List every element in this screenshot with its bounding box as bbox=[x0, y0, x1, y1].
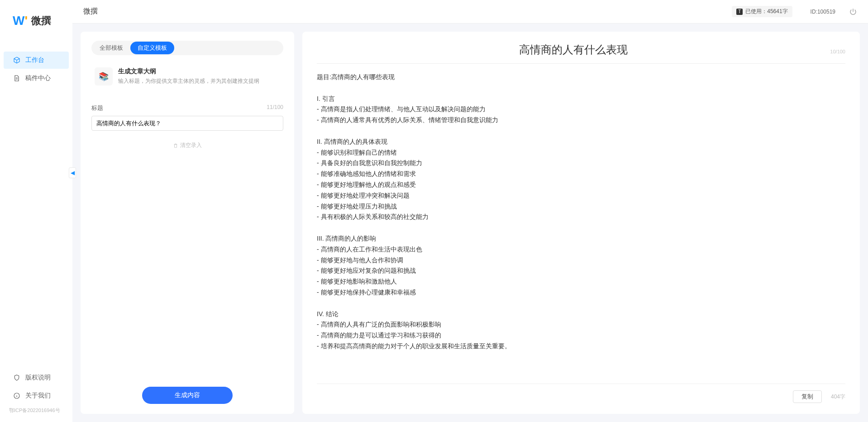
doc-title-row: 高情商的人有什么表现 10/100 bbox=[317, 43, 845, 64]
doc-footer: 复制 404字 bbox=[317, 384, 845, 403]
info-icon bbox=[13, 392, 21, 400]
title-input[interactable] bbox=[91, 116, 283, 131]
template-card[interactable]: 📚 生成文章大纲 输入标题，为你提供文章主体的灵感，并为其创建推文提纲 bbox=[91, 64, 283, 89]
clear-label: 清空录入 bbox=[180, 142, 202, 149]
nav-item-workspace[interactable]: 工作台 bbox=[4, 52, 69, 69]
nav-label: 工作台 bbox=[25, 56, 44, 64]
books-icon: 📚 bbox=[99, 71, 109, 81]
topbar: 微撰 T 已使用：45641字 ID:100519 bbox=[72, 0, 868, 24]
nav-label: 版权说明 bbox=[25, 374, 51, 382]
cube-icon bbox=[13, 56, 21, 64]
generate-button[interactable]: 生成内容 bbox=[142, 387, 233, 404]
copy-button[interactable]: 复制 bbox=[793, 390, 822, 403]
logo-mark: W' bbox=[13, 14, 28, 28]
title-field-label: 标题 bbox=[91, 104, 103, 112]
text-count-icon: T bbox=[736, 9, 743, 15]
input-panel: 全部模板 自定义模板 📚 生成文章大纲 输入标题，为你提供文章主体的灵感，并为其… bbox=[81, 32, 294, 414]
output-panel: 高情商的人有什么表现 10/100 题目:高情商的人有哪些表现 I. 引言 - … bbox=[302, 32, 860, 414]
char-count: 404字 bbox=[831, 393, 845, 401]
doc-title: 高情商的人有什么表现 bbox=[317, 43, 830, 57]
nav-label: 关于我们 bbox=[25, 392, 51, 400]
title-field-counter: 11/100 bbox=[267, 104, 283, 112]
usage-badge: T 已使用：45641字 bbox=[732, 6, 792, 17]
nav-item-copyright[interactable]: 版权说明 bbox=[4, 369, 69, 386]
template-title: 生成文章大纲 bbox=[118, 67, 259, 76]
nav-label: 稿件中心 bbox=[25, 74, 51, 82]
logo-text: 微撰 bbox=[31, 14, 51, 28]
nav-item-about[interactable]: 关于我们 bbox=[4, 387, 69, 404]
document-icon bbox=[13, 74, 21, 82]
content: 全部模板 自定义模板 📚 生成文章大纲 输入标题，为你提供文章主体的灵感，并为其… bbox=[72, 24, 868, 422]
page-title: 微撰 bbox=[83, 7, 98, 16]
sidebar: W' 微撰 工作台 稿件中心 版权说明 关于我们 鄂ICP备2022016946… bbox=[0, 0, 72, 422]
icp-footer: 鄂ICP备2022016946号 bbox=[0, 405, 72, 417]
power-icon bbox=[849, 8, 857, 16]
usage-text: 已使用：45641字 bbox=[745, 8, 787, 15]
main: 微撰 T 已使用：45641字 ID:100519 全部模板 自定义模板 📚 bbox=[72, 0, 868, 422]
template-desc: 输入标题，为你提供文章主体的灵感，并为其创建推文提纲 bbox=[118, 77, 259, 85]
clear-input-button[interactable]: 清空录入 bbox=[91, 142, 283, 149]
field-label-row: 标题 11/100 bbox=[91, 104, 283, 112]
doc-body[interactable]: 题目:高情商的人有哪些表现 I. 引言 - 高情商是指人们处理情绪、与他人互动以… bbox=[317, 72, 845, 384]
tab-all-templates[interactable]: 全部模板 bbox=[92, 42, 130, 54]
trash-icon bbox=[173, 143, 178, 148]
chevron-left-icon: ◀ bbox=[71, 170, 75, 176]
logo: W' 微撰 bbox=[0, 14, 72, 28]
template-tabs: 全部模板 自定义模板 bbox=[91, 41, 283, 55]
nav-bottom: 版权说明 关于我们 鄂ICP备2022016946号 bbox=[0, 368, 72, 422]
shield-icon bbox=[13, 374, 21, 382]
user-id: ID:100519 bbox=[811, 9, 835, 15]
doc-title-counter: 10/100 bbox=[830, 49, 845, 54]
tab-custom-templates[interactable]: 自定义模板 bbox=[130, 42, 174, 54]
template-card-icon: 📚 bbox=[95, 67, 113, 85]
collapse-sidebar-button[interactable]: ◀ bbox=[69, 167, 76, 178]
nav-main: 工作台 稿件中心 bbox=[0, 51, 72, 368]
power-button[interactable] bbox=[849, 8, 857, 16]
nav-item-drafts[interactable]: 稿件中心 bbox=[4, 70, 69, 87]
